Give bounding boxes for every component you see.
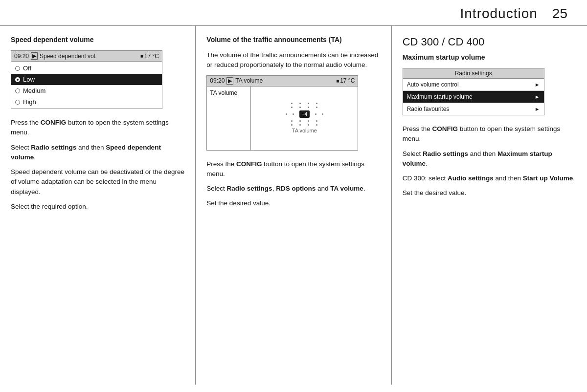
sdv-option-medium: Medium <box>11 85 162 96</box>
dot <box>299 124 301 126</box>
ta-dot-grid: +4 <box>286 103 323 126</box>
sdv-option-low: Low <box>11 74 162 85</box>
ta-slider-row: +4 <box>286 110 323 118</box>
sdv-para2: Select Radio settings and then Speed dep… <box>11 143 184 163</box>
dot <box>315 113 316 115</box>
dot <box>308 124 309 126</box>
dot <box>299 103 301 104</box>
rs-auto-volume-arrow: ► <box>535 82 540 87</box>
ta-para2: Select Radio settings, RDS options and T… <box>206 184 380 194</box>
dot <box>299 107 301 108</box>
ta-dot-row-1 <box>291 103 317 104</box>
dot <box>293 113 294 115</box>
sdv-temp-value: 17 °C <box>144 53 159 60</box>
dot <box>308 107 309 108</box>
sdv-widget: 09:20 ▶ Speed dependent vol. ■ 17 °C Off… <box>11 50 162 109</box>
ta-label-col: TA volume <box>207 87 251 150</box>
rs-widget-header: Radio settings <box>403 68 544 79</box>
sdv-config-bold: CONFIG <box>41 119 67 126</box>
dot <box>316 124 317 126</box>
dot <box>308 120 309 122</box>
dot <box>322 113 323 115</box>
page-header: Introduction 25 <box>0 0 587 26</box>
col-ta-volume: Volume of the traffic announcements (TA)… <box>196 26 391 385</box>
dot <box>299 120 301 122</box>
page-title: Introduction <box>460 6 538 22</box>
sdv-header-left: 09:20 ▶ Speed dependent vol. <box>14 52 97 60</box>
section-subtitle-cd: Maximum startup volume <box>403 53 576 61</box>
cd-para3: CD 300: select Audio settings and then S… <box>403 174 576 183</box>
sdv-temp: ■ 17 °C <box>140 53 159 60</box>
sdv-para4: Select the required option. <box>11 202 184 212</box>
ta-thermometer-icon: ■ <box>336 78 339 84</box>
dot <box>291 120 293 122</box>
cd-config-bold: CONFIG <box>432 125 458 132</box>
ta-widget-body: TA volume <box>207 87 358 150</box>
ta-clock-icon: ▶ <box>226 77 233 85</box>
radio-high-icon <box>15 100 20 105</box>
sdv-options-list: Off Low Medium High <box>11 62 162 109</box>
dot <box>291 103 293 104</box>
cd-audio-settings-bold: Audio settings <box>448 174 494 182</box>
dot <box>286 113 287 115</box>
rs-row-auto-volume: Auto volume control ► <box>403 79 544 91</box>
ta-config-bold: CONFIG <box>236 160 262 168</box>
rs-radio-favs-arrow: ► <box>535 106 540 112</box>
sdv-time: 09:20 <box>14 53 29 60</box>
radio-off-icon <box>15 66 20 71</box>
sdv-para1: Press the CONFIG button to open the syst… <box>11 118 184 138</box>
cd-para4: Set the desired value. <box>403 188 576 198</box>
dot <box>316 107 317 108</box>
sdv-widget-header: 09:20 ▶ Speed dependent vol. ■ 17 °C <box>11 51 162 62</box>
ta-label: TA volume <box>210 89 237 96</box>
cd-para2: Select Radio settings and then Maximum s… <box>403 149 576 169</box>
cd-radio-settings-bold: Radio settings <box>423 150 468 157</box>
ta-para1: Press the CONFIG button to open the syst… <box>206 159 380 179</box>
ta-time: 09:20 <box>210 77 225 84</box>
rs-radio-favs-label: Radio favourites <box>407 106 450 112</box>
ta-widget-title: TA volume <box>235 77 263 84</box>
ta-slider-area: +4 <box>251 87 358 150</box>
col-cd300-cd400: CD 300 / CD 400 Maximum startup volume R… <box>392 26 587 385</box>
ta-widget: 09:20 ▶ TA volume ■ 17 °C TA volume <box>206 75 358 151</box>
dot <box>316 103 317 104</box>
ta-intro-para: The volume of the traffic announcements … <box>206 50 380 70</box>
rs-row-radio-favs: Radio favourites ► <box>403 103 544 115</box>
radio-settings-widget: Radio settings Auto volume control ► Max… <box>403 68 544 115</box>
rs-max-startup-arrow: ► <box>535 94 540 100</box>
dot <box>291 124 293 126</box>
radio-low-icon <box>15 77 20 82</box>
ta-temp-value: 17 °C <box>340 77 355 84</box>
sdv-medium-label: Medium <box>23 87 45 94</box>
dot <box>316 120 317 122</box>
cd-para1: Press the CONFIG button to open the syst… <box>403 124 576 144</box>
ta-bottom-label: TA volume <box>292 128 317 133</box>
cd-startup-vol-bold: Start up Volume <box>523 174 573 182</box>
sdv-widget-title: Speed dependent vol. <box>40 53 97 60</box>
sdv-option-high: High <box>11 96 162 108</box>
rs-auto-volume-label: Auto volume control <box>407 81 459 88</box>
sdv-option-off: Off <box>11 63 162 74</box>
ta-ta-volume-bold: TA volume <box>330 185 363 192</box>
ta-radio-settings-bold: Radio settings <box>227 185 272 192</box>
content-area: Speed dependent volume 09:20 ▶ Speed dep… <box>0 26 587 385</box>
ta-dot-row-2 <box>291 107 317 108</box>
ta-rds-bold: RDS options <box>276 185 316 192</box>
ta-header-left: 09:20 ▶ TA volume <box>210 77 263 85</box>
ta-para3: Set the desired value. <box>206 198 380 208</box>
sdv-low-label: Low <box>23 76 35 83</box>
sdv-high-label: High <box>23 98 36 106</box>
ta-widget-header: 09:20 ▶ TA volume ■ 17 °C <box>207 76 358 87</box>
page-number: 25 <box>552 6 567 22</box>
ta-dot-row-4 <box>291 120 317 122</box>
dot <box>308 103 309 104</box>
sdv-clock-icon: ▶ <box>31 52 38 60</box>
ta-temp: ■ 17 °C <box>336 77 355 84</box>
radio-medium-icon <box>15 88 20 93</box>
section-title-ta: Volume of the traffic announcements (TA) <box>206 36 380 44</box>
ta-dot-row-5 <box>291 124 317 126</box>
sdv-radio-settings-bold: Radio settings <box>31 144 76 151</box>
ta-slider-handle: +4 <box>299 110 310 118</box>
dot <box>291 107 293 108</box>
section-title-cd: CD 300 / CD 400 <box>403 36 576 48</box>
